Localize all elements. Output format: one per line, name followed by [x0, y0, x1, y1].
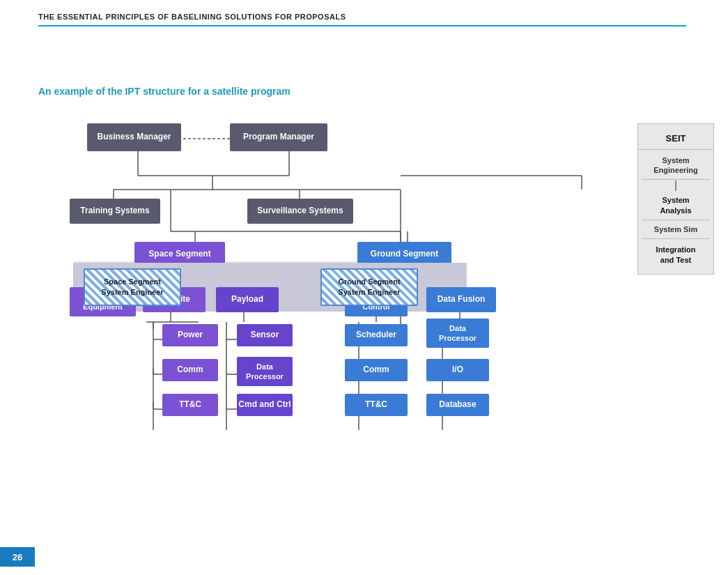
page-title: THE ESSENTIAL PRINCIPLES OF BASELINING S…: [38, 13, 690, 21]
diagram-subtitle: An example of the IPT structure for a sa…: [38, 86, 728, 97]
surveillance-systems-box: Surveillance Systems: [247, 199, 353, 224]
data-processor-payload-box: DataProcessor: [237, 357, 293, 386]
header-line: [38, 25, 686, 26]
page-number: 26: [0, 547, 35, 567]
seit-title: SEIT: [638, 129, 713, 150]
io-box: I/O: [426, 359, 489, 381]
ttc-ground-box: TT&C: [345, 394, 408, 416]
power-box: Power: [162, 324, 218, 346]
page: THE ESSENTIAL PRINCIPLES OF BASELINING S…: [0, 0, 728, 575]
business-manager-box: Business Manager: [87, 123, 181, 151]
org-chart-diagram: Business Manager Program Manager Trainin…: [31, 109, 714, 500]
payload-box: Payload: [216, 287, 279, 312]
comm-satellite-box: Comm: [162, 359, 218, 381]
comm-ground-box: Comm: [345, 359, 408, 381]
data-fusion-box: Data Fusion: [426, 287, 496, 312]
database-box: Database: [426, 394, 489, 416]
ttc-satellite-box: TT&C: [162, 394, 218, 416]
data-processor-df-box: DataProcessor: [426, 319, 489, 348]
training-systems-box: Training Systems: [70, 199, 160, 224]
space-segment-engineer-box: Space SegmentSystem Engineer: [84, 268, 181, 306]
ground-segment-engineer-box: Ground SegmentSystem Engineer: [320, 268, 418, 306]
seit-system-analysis: SystemAnalysis: [642, 191, 709, 220]
sensor-box: Sensor: [237, 324, 293, 346]
seit-panel: SEIT SystemEngineering | SystemAnalysis …: [637, 123, 714, 275]
header: THE ESSENTIAL PRINCIPLES OF BASELINING S…: [0, 0, 728, 26]
seit-system-sim: System Sim: [642, 220, 709, 239]
cmd-ctrl-box: Cmd and Ctrl: [237, 394, 293, 416]
seit-integration-test: Integrationand Test: [644, 240, 707, 269]
program-manager-box: Program Manager: [230, 123, 327, 151]
seit-system-engineering: SystemEngineering: [642, 151, 709, 181]
scheduler-box: Scheduler: [345, 324, 408, 346]
